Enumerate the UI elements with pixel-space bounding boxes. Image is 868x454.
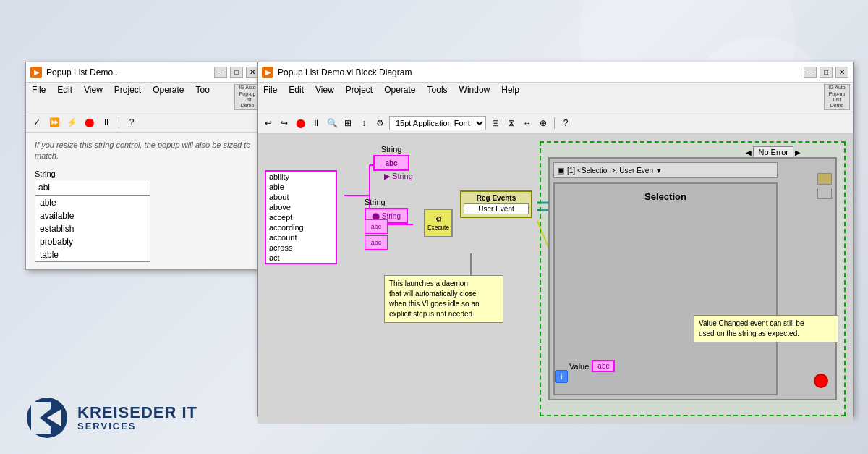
lw-search-icon[interactable]: 🔍 — [326, 117, 339, 130]
outer-loop-box: ◀ No Error ▶ ▣ [1] <Selection>: User Eve… — [540, 141, 846, 416]
small-window-toolbar: ✓ ⏩ ⚡ ⬤ ⏸ ? — [26, 112, 263, 133]
small-menu-too[interactable]: Too — [193, 84, 213, 110]
callout-box-1: This launches a daemonthat will automati… — [384, 275, 503, 323]
callout-2-text: Value Changed event can still beused on … — [699, 319, 804, 337]
string-control-label: String — [35, 169, 255, 178]
lw-menu-tools[interactable]: Tools — [425, 84, 451, 110]
value-box: abc — [592, 360, 615, 372]
value-label-text: Value — [569, 362, 589, 371]
small-menu-view[interactable]: View — [81, 84, 106, 110]
connector-2 — [817, 188, 832, 199]
large-window: ▶ Popup List Demo.vi Block Diagram − □ ✕… — [257, 62, 854, 416]
word-list-block: ability able about above accept accordin… — [265, 170, 337, 264]
logo-company-name: KREISEDER IT — [77, 405, 197, 421]
info-icon: i — [555, 370, 568, 383]
large-window-title: Popup List Demo.vi Block Diagram — [278, 67, 799, 77]
lw-redo-icon[interactable]: ↪ — [278, 117, 291, 130]
lw-menu-edit[interactable]: Edit — [286, 84, 307, 110]
string-arrow: ▶ String — [384, 172, 413, 181]
small-menu-project[interactable]: Project — [111, 84, 144, 110]
stop-button[interactable] — [814, 374, 828, 388]
value-box-text: abc — [597, 362, 609, 370]
string-input[interactable] — [35, 180, 150, 196]
small-menu-file[interactable]: File — [29, 84, 48, 110]
debug-icon[interactable]: ⚡ — [65, 116, 78, 129]
lw-pause-icon[interactable]: ⏸ — [310, 117, 323, 130]
connector-1 — [817, 173, 832, 185]
lw-undo-icon[interactable]: ↩ — [262, 117, 275, 130]
small-window-titlebar: ▶ Popup List Demo... − □ ✕ — [26, 62, 263, 83]
dropdown-item-establish[interactable]: establish — [35, 222, 150, 235]
ig-auto-thumb-large: IG Auto Pop-up List Demo — [824, 84, 850, 110]
word-list-item-about: about — [266, 192, 336, 202]
small-menu-operate[interactable]: Operate — [150, 84, 187, 110]
dropdown-item-probably[interactable]: probably — [35, 235, 150, 248]
callout-box-2: Value Changed event can still beused on … — [694, 315, 838, 342]
lw-menu-file[interactable]: File — [260, 84, 280, 110]
string-dropdown-list: able available establish probably table — [35, 196, 150, 262]
pause-icon[interactable]: ⏸ — [100, 116, 113, 129]
help-icon[interactable]: ? — [125, 116, 138, 129]
lw-align-icon[interactable]: ⊟ — [489, 117, 502, 130]
right-connectors — [817, 173, 832, 199]
lw-menu-window[interactable]: Window — [456, 84, 493, 110]
block-diagram-canvas: ability able about above accept accordin… — [258, 134, 853, 424]
large-maximize-button[interactable]: □ — [820, 67, 833, 78]
large-minimize-button[interactable]: − — [804, 67, 817, 78]
small-menu-edit[interactable]: Edit — [54, 84, 75, 110]
dropdown-item-able[interactable]: able — [35, 196, 150, 209]
lw-loopback-icon[interactable]: ↕ — [357, 117, 370, 130]
labview-icon-large: ▶ — [262, 67, 273, 78]
lw-zorder-icon[interactable]: ⊕ — [537, 117, 550, 130]
logo-area: KREISEDER IT SERVICES — [25, 396, 197, 440]
word-list-item-accept: accept — [266, 212, 336, 222]
toolbar-divider — [119, 117, 119, 128]
checkmark-icon[interactable]: ✓ — [30, 116, 43, 129]
string-control-top: String abc — [373, 145, 409, 171]
selection-content-box: Selection Value abc i — [553, 182, 778, 395]
lw-help-icon[interactable]: ? — [559, 117, 572, 130]
reg-events-block: Reg Events User Event — [460, 190, 532, 218]
lw-distribute-icon[interactable]: ⊠ — [505, 117, 518, 130]
inner-selection-box: ▣ [1] <Selection>: User Even ▼ Selection… — [548, 157, 837, 400]
small-window-menubar: File Edit View Project Operate Too IG Au… — [26, 83, 263, 112]
selection-event-dropdown[interactable]: ▣ [1] <Selection>: User Even ▼ — [553, 162, 778, 178]
run-arrows-icon[interactable]: ⏩ — [48, 116, 61, 129]
small-window-title: Popup List Demo... — [46, 67, 210, 77]
string-top-value: abc — [385, 159, 397, 167]
selection-event-text: [1] <Selection>: User Even ▼ — [567, 167, 663, 175]
lw-menu-operate[interactable]: Operate — [381, 84, 418, 110]
word-list-item-above: above — [266, 202, 336, 212]
selection-num-icon: ▣ — [557, 166, 564, 175]
lw-stop-icon[interactable]: ⬤ — [294, 117, 307, 130]
large-window-controls: − □ ✕ — [804, 67, 848, 78]
execute-icon-symbol: ⚙Execute — [427, 215, 449, 231]
small-maximize-button[interactable]: □ — [230, 67, 243, 78]
stop-icon[interactable]: ⬤ — [82, 116, 95, 129]
lw-gear-icon[interactable]: ⚙ — [373, 117, 386, 130]
lw-resize-icon[interactable]: ↔ — [521, 117, 534, 130]
lw-menu-project[interactable]: Project — [343, 84, 375, 110]
large-window-menubar: File Edit View Project Operate Tools Win… — [258, 83, 853, 112]
small-minimize-button[interactable]: − — [214, 67, 227, 78]
lw-menu-help[interactable]: Help — [498, 84, 522, 110]
reg-events-title: Reg Events — [464, 194, 529, 202]
callout-1-text: This launches a daemonthat will automati… — [389, 279, 480, 318]
font-selector[interactable]: 15pt Application Font — [389, 116, 486, 130]
dropdown-item-table[interactable]: table — [35, 248, 150, 261]
dropdown-item-available[interactable]: available — [35, 209, 150, 222]
lw-palette-icon[interactable]: ⊞ — [341, 117, 354, 130]
help-text: If you resize this string control, the p… — [35, 140, 255, 162]
logo-svg — [25, 396, 69, 440]
lw-menu-view[interactable]: View — [312, 84, 337, 110]
string-2-value: ⬤ String — [372, 212, 401, 220]
labview-icon-small: ▶ — [30, 67, 42, 78]
no-error-indicator: ◀ No Error ▶ — [746, 146, 801, 158]
value-indicator: Value abc — [569, 360, 615, 372]
lw-toolbar-divider — [554, 117, 555, 129]
word-list-item-according: according — [266, 222, 336, 232]
large-window-titlebar: ▶ Popup List Demo.vi Block Diagram − □ ✕ — [258, 62, 853, 83]
execute-block: ⚙Execute — [424, 209, 453, 237]
logo-tagline: SERVICES — [77, 421, 197, 432]
large-close-button[interactable]: ✕ — [835, 67, 848, 78]
